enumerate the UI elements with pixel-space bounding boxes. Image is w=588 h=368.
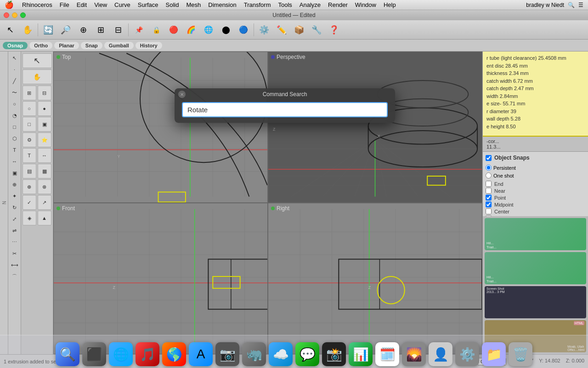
cmd-close-button[interactable]: ✕: [178, 91, 186, 98]
lt-move[interactable]: ✦: [9, 190, 20, 201]
oneshot-radio[interactable]: [486, 172, 492, 178]
lt-mirror[interactable]: ⇌: [9, 225, 20, 236]
command-search-dialog[interactable]: ✕ Command Search: [175, 88, 395, 123]
command-search-input[interactable]: [182, 102, 388, 117]
osnap-button[interactable]: Osnap: [3, 42, 28, 49]
lt-extrude[interactable]: ▣: [9, 167, 20, 178]
menu-solid[interactable]: Solid: [162, 1, 183, 8]
lt-point[interactable]: ·: [9, 64, 20, 75]
lt2-h1[interactable]: ✓: [23, 195, 36, 210]
viewport-right[interactable]: Right: [268, 203, 482, 354]
history-button[interactable]: History: [136, 42, 162, 49]
help-tool[interactable]: ❓: [326, 22, 342, 38]
lt2-a1[interactable]: ⊞: [23, 86, 36, 100]
dock-chrome[interactable]: 🌎: [162, 342, 186, 366]
zoom-window-tool[interactable]: ⊕: [75, 22, 91, 38]
lt-fillet[interactable]: ⌒: [9, 271, 20, 282]
lt-extend[interactable]: ⟷: [9, 259, 20, 270]
dock-finder2[interactable]: 📁: [482, 342, 506, 366]
dock-numbers[interactable]: 📊: [349, 342, 373, 366]
planar-button[interactable]: Planar: [54, 42, 79, 49]
menu-analyze[interactable]: Analyze: [296, 1, 324, 8]
dock-finder[interactable]: 🔍: [56, 342, 79, 366]
lt-dimension[interactable]: ↔: [9, 156, 20, 167]
dock-pref[interactable]: ⚙️: [455, 342, 479, 366]
viewport-perspective[interactable]: Perspective: [268, 52, 482, 203]
gear-tool[interactable]: ⚙️: [256, 22, 272, 38]
menu-rhinoceros[interactable]: Rhinoceros: [18, 1, 56, 8]
menu-help[interactable]: Help: [380, 1, 400, 8]
viewport-top[interactable]: Top: [53, 52, 268, 203]
lt-line[interactable]: ╱: [9, 75, 20, 86]
edit-tool[interactable]: ✏️: [273, 22, 290, 38]
transform-tool[interactable]: 🔧: [308, 22, 325, 38]
lt2-e2[interactable]: ↔: [38, 148, 51, 163]
lt2-arrow[interactable]: ↖: [23, 53, 52, 68]
snap-checkbox-end[interactable]: [486, 181, 492, 187]
dock-rhinoceros[interactable]: 🦏: [242, 342, 266, 366]
snap-button[interactable]: Snap: [81, 42, 102, 49]
lt-curve[interactable]: 〜: [9, 87, 20, 98]
menu-file[interactable]: File: [56, 1, 73, 8]
list-icon[interactable]: ☰: [578, 2, 583, 8]
ortho-button[interactable]: Ortho: [29, 42, 52, 49]
menu-curve[interactable]: Curve: [111, 1, 134, 8]
dock-camera[interactable]: 📷: [215, 342, 239, 366]
select-tool[interactable]: ↖: [2, 22, 18, 38]
maximize-button[interactable]: [20, 12, 26, 18]
dock-messages[interactable]: 💬: [295, 342, 319, 366]
color-tool[interactable]: 🌈: [183, 22, 199, 38]
lt-scale[interactable]: ⤢: [9, 213, 20, 224]
snap-checkbox-point[interactable]: [486, 195, 492, 201]
rotate-view-tool[interactable]: 🔄: [40, 22, 57, 38]
lt2-i2[interactable]: ▲: [38, 211, 51, 225]
dock-thumb-screenshot[interactable]: Screen Shot2013... 3 PM: [485, 286, 586, 318]
lt2-f2[interactable]: ▦: [38, 164, 51, 178]
dock-calendar[interactable]: 🗓️: [375, 342, 399, 366]
menu-window[interactable]: Window: [351, 1, 380, 8]
lt-array[interactable]: ⋯: [9, 236, 20, 247]
lt-select[interactable]: ↖: [9, 52, 20, 63]
lt-text[interactable]: T: [9, 144, 20, 155]
persistent-radio[interactable]: [486, 165, 492, 171]
lt2-g2[interactable]: ⊗: [38, 179, 51, 194]
lt2-c2[interactable]: ▣: [38, 117, 51, 132]
snap-checkbox-midpoint[interactable]: [486, 201, 492, 207]
lt2-g1[interactable]: ⊕: [23, 179, 36, 194]
dock-photos[interactable]: 📸: [322, 342, 346, 366]
search-icon[interactable]: 🔍: [568, 2, 575, 8]
apple-menu[interactable]: 🍎: [0, 0, 18, 9]
dock-skype[interactable]: ☁️: [269, 342, 293, 366]
lt2-d2[interactable]: ⭐: [38, 132, 51, 147]
lock-tool[interactable]: 🔒: [148, 22, 164, 38]
lt2-h2[interactable]: ↗: [38, 195, 51, 210]
dock-music[interactable]: 🎵: [136, 342, 159, 366]
lt-rectangle[interactable]: □: [9, 121, 20, 132]
menu-render[interactable]: Render: [324, 1, 351, 8]
menu-dimension[interactable]: Dimension: [204, 1, 240, 8]
menu-surface[interactable]: Surface: [134, 1, 162, 8]
lt2-e1[interactable]: T: [23, 148, 36, 163]
lt-boolean[interactable]: ⊕: [9, 179, 20, 190]
sphere-wire-tool[interactable]: ⬤: [218, 22, 234, 38]
lt-polygon[interactable]: ⬡: [9, 133, 20, 144]
dock-contacts[interactable]: 👤: [429, 342, 452, 366]
snap-checkbox-center[interactable]: [486, 208, 492, 214]
lt-trim[interactable]: ✂: [9, 248, 20, 259]
menu-edit[interactable]: Edit: [73, 1, 90, 8]
lt-rotate[interactable]: ↻: [9, 202, 20, 213]
lt2-b2[interactable]: ●: [38, 101, 51, 116]
menu-transform[interactable]: Transform: [240, 1, 275, 8]
obj-snaps-enable-checkbox[interactable]: [486, 155, 492, 161]
surface-tool[interactable]: 📦: [291, 22, 307, 38]
dock-appstore[interactable]: A: [189, 342, 213, 366]
sphere-tool[interactable]: 🔴: [165, 22, 182, 38]
dock-photos2[interactable]: 🌄: [402, 342, 426, 366]
snap-checkbox-near[interactable]: [486, 188, 492, 194]
lt2-c1[interactable]: □: [23, 117, 36, 132]
display-mode-tool[interactable]: 🔵: [235, 22, 252, 38]
lt2-d1[interactable]: ⚙: [23, 132, 36, 147]
dock-thumb-1[interactable]: Hil...Trail...: [485, 218, 586, 250]
lt-arc[interactable]: ◔: [9, 110, 20, 121]
pan-tool[interactable]: ✋: [19, 22, 36, 38]
